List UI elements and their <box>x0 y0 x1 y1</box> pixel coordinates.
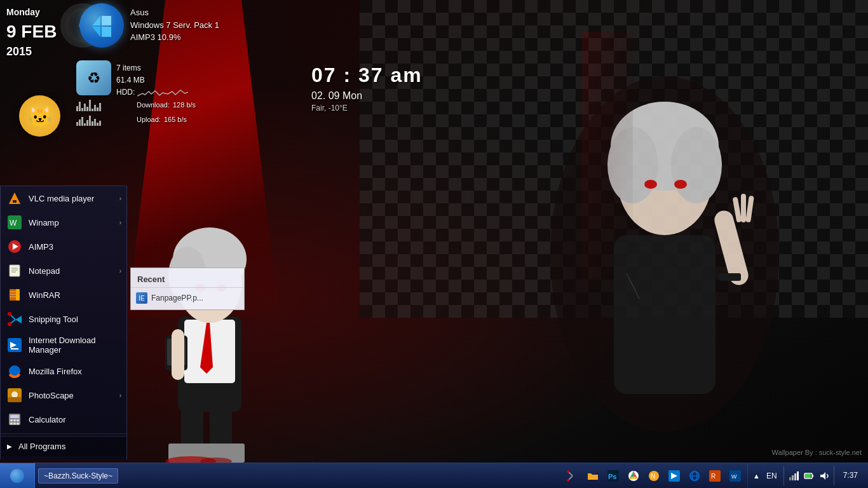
svg-rect-26 <box>181 405 203 450</box>
svg-point-71 <box>567 479 569 482</box>
tray-up-arrow[interactable]: ▲ <box>753 472 760 480</box>
menu-arrow-vlc: › <box>119 195 121 202</box>
notepad-icon <box>7 263 22 278</box>
svg-rect-89 <box>794 473 796 480</box>
sys-brand: Asus <box>130 6 219 19</box>
upload-label: Upload: <box>137 116 161 123</box>
svg-text:W: W <box>10 219 17 227</box>
clock-widget: 07 : 37 am 02. 09 Mon Fair, -10°E <box>311 64 423 112</box>
recent-title: Recent <box>131 271 244 288</box>
svg-rect-25 <box>172 329 184 380</box>
language-indicator[interactable]: EN <box>764 471 780 480</box>
recent-item[interactable]: IE FanpagePP.p... <box>131 290 244 306</box>
svg-text:Ps: Ps <box>608 473 616 480</box>
svg-point-58 <box>11 391 18 398</box>
start-menu: VLC media player › W Winamp › AIMP3 Note… <box>0 186 127 459</box>
svg-point-56 <box>11 368 18 374</box>
svg-rect-32 <box>13 200 17 203</box>
taskbar-tray-chrome[interactable] <box>625 467 642 485</box>
menu-arrow-photoscape: › <box>119 392 121 399</box>
recycle-items: 7 items <box>116 62 188 74</box>
svg-point-49 <box>8 312 11 316</box>
svg-point-70 <box>567 470 569 473</box>
svg-text:N: N <box>651 473 655 480</box>
recycle-size: 61.4 MB <box>116 74 188 86</box>
taskbar-tray-app5[interactable] <box>665 467 683 485</box>
svg-rect-59 <box>8 397 22 402</box>
menu-idm-label: Internet Download Manager <box>29 336 120 355</box>
menu-vlc-label: VLC media player <box>29 194 94 203</box>
firefox-icon <box>7 363 22 379</box>
menu-arrow-winamp: › <box>119 219 121 226</box>
taskbar-system-icons: Ps N R W <box>560 467 747 485</box>
menu-item-calculator[interactable]: Calculator <box>1 407 126 431</box>
anime-character-left <box>127 177 286 463</box>
download-label: Download: <box>137 101 170 109</box>
menu-notepad-label: Notepad <box>29 266 60 276</box>
menu-item-winamp[interactable]: W Winamp › <box>1 210 126 234</box>
svg-rect-12 <box>719 273 741 281</box>
menu-winamp-label: Winamp <box>29 218 59 227</box>
system-info-widget: Asus Windows 7 Serv. Pack 1 AIMP3 10.9% <box>79 3 219 48</box>
svg-rect-66 <box>13 423 16 424</box>
taskbar-items: ~Bazzh.Suck-Style~ <box>35 468 560 484</box>
taskbar-tray-scissors[interactable] <box>564 467 581 485</box>
menu-aimp-label: AIMP3 <box>29 242 53 252</box>
download-graph <box>76 98 133 111</box>
menu-firefox-label: Mozilla Firefox <box>29 367 82 376</box>
svg-rect-93 <box>805 474 811 478</box>
recent-item-label: FanpagePP.p... <box>151 294 203 302</box>
menu-item-vlc[interactable]: VLC media player › <box>1 186 126 210</box>
recycle-bin-widget: ♻ 7 items 61.4 MB HDD: <box>76 60 188 99</box>
calculator-icon <box>7 412 22 427</box>
svg-rect-27 <box>210 405 232 450</box>
menu-item-firefox[interactable]: Mozilla Firefox <box>1 359 126 383</box>
svg-rect-92 <box>812 475 813 477</box>
svg-rect-14 <box>582 32 633 286</box>
taskbar-tray-ie[interactable] <box>686 467 703 485</box>
svg-text:R: R <box>711 473 715 480</box>
date-widget: Monday 9 FEB 2015 <box>3 3 60 63</box>
taskbar-active-item[interactable]: ~Bazzh.Suck-Style~ <box>38 468 118 484</box>
taskbar-clock[interactable]: 7:37 <box>838 470 863 481</box>
menu-item-idm[interactable]: Internet Download Manager <box>1 331 126 359</box>
menu-item-notepad[interactable]: Notepad › <box>1 259 126 283</box>
anime-character-right <box>487 32 804 445</box>
svg-point-50 <box>8 322 11 326</box>
menu-item-photoscape[interactable]: PhotoScape › <box>1 383 126 407</box>
taskbar: ~Bazzh.Suck-Style~ Ps N R W <box>0 463 868 488</box>
recycle-hdd: HDD: <box>116 86 188 98</box>
taskbar-tray: ▲ EN 7:37 <box>747 463 868 488</box>
menu-winrar-label: WinRAR <box>29 290 60 300</box>
recycle-icon: ♻ <box>76 60 111 95</box>
menu-item-aimp[interactable]: AIMP3 <box>1 234 126 259</box>
svg-rect-90 <box>797 471 799 480</box>
start-button[interactable] <box>0 463 35 489</box>
taskbar-tray-app6[interactable]: R <box>706 467 724 485</box>
svg-rect-63 <box>13 419 16 421</box>
svg-point-6 <box>644 180 657 189</box>
svg-rect-37 <box>10 265 20 276</box>
aimp-icon <box>7 239 22 254</box>
menu-item-winrar[interactable]: WinRAR <box>1 283 126 307</box>
menu-item-snipping[interactable]: Snipping Tool <box>1 307 126 331</box>
svg-marker-48 <box>15 316 22 323</box>
recent-item-icon: IE <box>136 292 147 304</box>
taskbar-tray-folder[interactable] <box>584 467 602 485</box>
sys-player: AIMP3 10.9% <box>130 31 219 44</box>
svg-rect-65 <box>10 423 13 424</box>
all-programs-button[interactable]: ▶ All Programs <box>1 436 126 456</box>
taskbar-tray-ps[interactable]: Ps <box>604 467 622 485</box>
tray-volume-icon[interactable] <box>818 470 830 482</box>
taskbar-tray-norton[interactable]: N <box>645 467 663 485</box>
recent-popup: Recent IE FanpagePP.p... <box>130 268 245 310</box>
svg-point-7 <box>674 180 687 189</box>
tray-battery-icon[interactable] <box>803 470 815 482</box>
svg-rect-61 <box>10 415 19 418</box>
tray-network-icon[interactable] <box>788 470 799 482</box>
date-day: Monday <box>6 6 57 19</box>
upload-graph <box>76 113 133 126</box>
winrar-icon <box>7 287 22 302</box>
taskbar-tray-app7[interactable]: W <box>726 467 744 485</box>
menu-arrow-notepad: › <box>119 268 121 274</box>
